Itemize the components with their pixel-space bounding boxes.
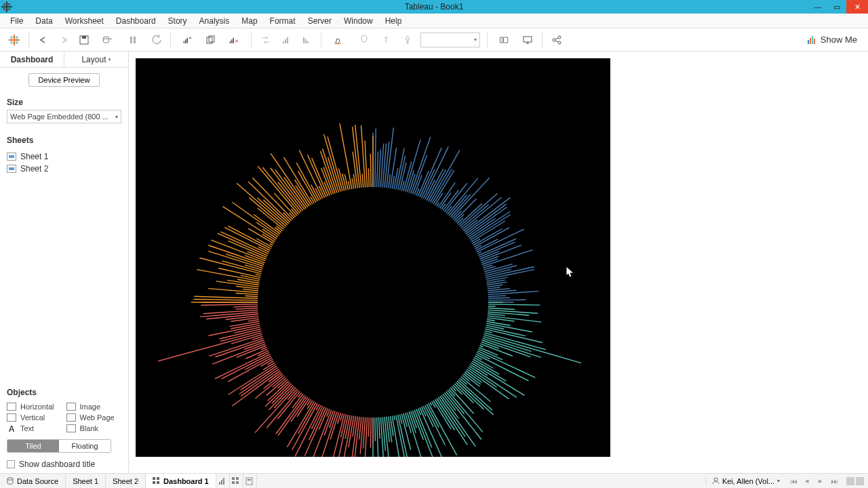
radial-bar[interactable] <box>486 277 507 281</box>
radial-bar[interactable] <box>203 310 258 313</box>
menu-server[interactable]: Server <box>302 15 338 27</box>
radial-bar[interactable] <box>487 285 502 287</box>
radial-bar[interactable] <box>290 213 294 218</box>
swap-button[interactable] <box>256 30 276 49</box>
radial-bar[interactable] <box>422 407 426 416</box>
object-vertical[interactable]: Vertical <box>7 413 62 422</box>
radial-bar[interactable] <box>208 325 260 336</box>
new-dashboard-tab-button[interactable] <box>230 474 243 488</box>
radial-bar[interactable] <box>262 229 277 239</box>
radial-bar[interactable] <box>256 274 261 276</box>
radial-bar[interactable] <box>423 146 448 199</box>
new-worksheet-tab-button[interactable] <box>216 474 230 488</box>
radial-bar[interactable] <box>457 218 463 224</box>
radial-bar[interactable] <box>352 178 354 188</box>
pause-auto-updates-button[interactable] <box>120 30 146 49</box>
radial-bar[interactable] <box>379 418 380 439</box>
new-worksheet-button[interactable]: ▾ <box>175 30 201 49</box>
radial-bar[interactable] <box>448 178 478 214</box>
undo-button[interactable] <box>33 30 54 49</box>
radial-bar[interactable] <box>430 403 432 406</box>
radial-bar[interactable] <box>488 298 510 298</box>
radial-bar[interactable] <box>361 125 366 187</box>
tableau-start-icon[interactable] <box>4 30 24 49</box>
sheet1-tab[interactable]: Sheet 1 <box>66 474 106 488</box>
radial-bar[interactable] <box>420 148 441 197</box>
window-maximize-button[interactable]: ▭ <box>827 0 846 14</box>
menu-map[interactable]: Map <box>235 15 263 27</box>
pin-button[interactable] <box>397 30 418 49</box>
radial-bar[interactable] <box>440 396 476 447</box>
radial-bar[interactable] <box>243 289 258 291</box>
radial-bar[interactable] <box>269 372 281 382</box>
radial-bar[interactable] <box>340 413 342 420</box>
radial-bar[interactable] <box>487 319 495 321</box>
radial-bar[interactable] <box>249 198 285 228</box>
radial-bar[interactable] <box>488 287 500 289</box>
window-close-button[interactable]: ✕ <box>846 0 868 14</box>
radial-bar[interactable] <box>403 161 412 191</box>
nav-prev-button[interactable]: ◂ <box>802 476 812 485</box>
user-menu[interactable]: Kei, Allen (Vol...▾ <box>706 477 785 485</box>
radial-bar[interactable] <box>194 296 258 298</box>
radial-bar[interactable] <box>389 174 391 188</box>
radial-bar[interactable] <box>215 340 264 357</box>
menu-dashboard[interactable]: Dashboard <box>110 15 162 27</box>
radial-bar[interactable] <box>379 150 381 188</box>
radial-bar[interactable] <box>342 174 347 190</box>
radial-bar[interactable] <box>438 397 465 436</box>
device-preview-button[interactable]: Device Preview <box>28 73 100 87</box>
radial-bar[interactable] <box>375 418 376 441</box>
radial-bar[interactable] <box>463 373 479 386</box>
radial-bar[interactable] <box>487 321 511 325</box>
object-text[interactable]: AText <box>7 424 62 432</box>
view-filmstrip-button[interactable] <box>846 477 854 485</box>
run-update-button[interactable] <box>146 30 166 49</box>
radial-bar[interactable] <box>363 418 366 449</box>
radial-bar[interactable] <box>394 168 398 189</box>
radial-bar[interactable] <box>368 418 369 436</box>
radial-bar[interactable] <box>370 418 371 448</box>
sort-asc-button[interactable] <box>276 30 296 49</box>
clear-button[interactable]: ✕ <box>221 30 247 49</box>
menu-file[interactable]: File <box>4 15 29 27</box>
object-horizontal[interactable]: Horizontal <box>7 403 62 411</box>
object-image[interactable]: Image <box>66 403 122 411</box>
sheet-item-2[interactable]: Sheet 2 <box>7 163 121 175</box>
group-button[interactable] <box>351 30 377 49</box>
radial-bar[interactable] <box>245 296 258 297</box>
show-me-button[interactable]: Show Me <box>807 35 864 45</box>
radial-bar[interactable] <box>477 252 481 254</box>
radial-bar[interactable] <box>268 381 289 401</box>
radial-bar[interactable] <box>274 386 294 408</box>
fit-selector[interactable]: ▾ <box>420 33 480 47</box>
radial-bar[interactable] <box>297 399 309 417</box>
radial-bar[interactable] <box>241 275 260 279</box>
radial-bar[interactable] <box>394 415 395 420</box>
radial-bar[interactable] <box>485 331 492 333</box>
redo-button[interactable] <box>54 30 74 49</box>
radial-bar[interactable] <box>219 329 260 339</box>
dashboard-canvas[interactable] <box>129 52 868 473</box>
sheet-item-1[interactable]: Sheet 1 <box>7 150 121 163</box>
menu-data[interactable]: Data <box>29 15 58 27</box>
nav-next-button[interactable]: ▸ <box>815 476 826 485</box>
radial-bar[interactable] <box>310 410 332 457</box>
radial-bar[interactable] <box>275 228 281 232</box>
duplicate-button[interactable] <box>201 30 221 49</box>
object-web-page[interactable]: Web Page <box>66 413 122 422</box>
dashboard1-tab[interactable]: Dashboard 1 <box>146 474 216 488</box>
radial-bar[interactable] <box>467 369 509 399</box>
menu-story[interactable]: Story <box>162 15 193 27</box>
radial-bar[interactable] <box>457 381 494 415</box>
radial-bar[interactable] <box>437 203 439 206</box>
presentation-mode-button[interactable] <box>517 30 538 49</box>
radial-bar[interactable] <box>370 154 371 187</box>
radial-bar[interactable] <box>273 377 285 387</box>
show-labels-button[interactable]: T <box>377 30 397 49</box>
radial-bar[interactable] <box>201 304 258 305</box>
data-source-tab[interactable]: Data Source <box>0 474 66 488</box>
radial-bar[interactable] <box>484 335 581 363</box>
radial-bar[interactable] <box>377 151 378 187</box>
radial-bar[interactable] <box>233 306 258 307</box>
